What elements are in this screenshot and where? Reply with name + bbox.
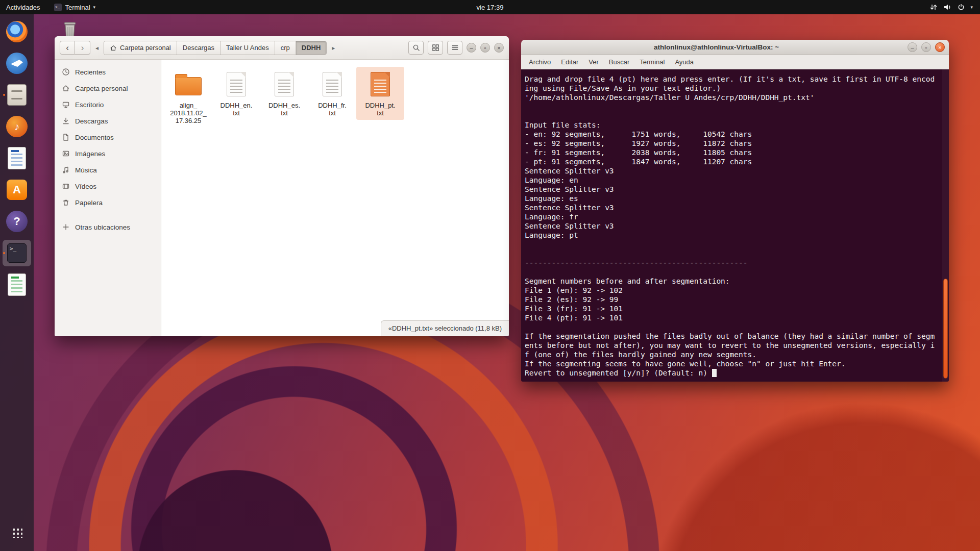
dock-item-ubuntu-software[interactable]: A <box>3 177 31 203</box>
search-button[interactable] <box>408 41 424 55</box>
file-item-ddhh-fr[interactable]: DDHH_fr. txt <box>308 67 356 120</box>
app-menu[interactable]: >_ Terminal ▾ <box>48 0 102 14</box>
menu-ayuda[interactable]: Ayuda <box>670 56 698 68</box>
terminal-output[interactable]: Drag and drop file 4 (pt) here and press… <box>521 69 949 382</box>
dock-item-rhythmbox[interactable]: ♪ <box>3 113 31 140</box>
folder-icon <box>175 77 202 95</box>
terminal-icon: >_ <box>7 243 27 263</box>
show-applications-button[interactable] <box>3 519 31 546</box>
status-bar: «DDHH_pt.txt» seleccionado (11,8 kB) <box>381 320 509 336</box>
terminal-window: athlonlinux@athlonlinux-VirtualBox: ~ – … <box>521 40 949 382</box>
file-item-ddhh-pt[interactable]: DDHH_pt. txt <box>356 67 404 120</box>
ubuntu-software-icon: A <box>7 180 27 200</box>
hamburger-icon <box>451 44 459 52</box>
volume-icon <box>943 4 952 11</box>
maximize-button[interactable]: ▫ <box>921 42 931 52</box>
file-label: DDHH_fr. txt <box>318 102 347 117</box>
dock-item-libreoffice-calc[interactable] <box>3 271 31 298</box>
path-scroll-left-icon[interactable]: ◂ <box>94 44 100 52</box>
file-item-ddhh-en[interactable]: DDHH_en. txt <box>212 67 260 120</box>
system-indicators[interactable]: ▾ <box>929 0 980 14</box>
dock-item-thunderbird[interactable] <box>3 50 31 77</box>
plus-icon <box>62 223 70 231</box>
power-icon <box>958 4 965 11</box>
sidebar-item-recientes[interactable]: Recientes <box>55 64 161 80</box>
desktop-icon <box>62 101 70 109</box>
sidebar-item-videos[interactable]: Vídeos <box>55 178 161 194</box>
sidebar-item-imagenes[interactable]: Imágenes <box>55 145 161 162</box>
close-button[interactable]: × <box>494 43 504 53</box>
file-label: DDHH_es. txt <box>268 102 300 117</box>
minimize-button[interactable]: – <box>467 43 476 53</box>
home-icon <box>110 44 117 52</box>
download-icon <box>62 117 70 125</box>
breadcrumb-taller-u-andes[interactable]: Taller U Andes <box>220 41 275 55</box>
activities-button[interactable]: Actividades <box>0 0 46 14</box>
sidebar-item-papelera[interactable]: Papelera <box>55 194 161 211</box>
forward-button[interactable]: › <box>75 41 90 55</box>
menu-editar[interactable]: Editar <box>556 56 583 68</box>
back-button[interactable]: ‹ <box>60 41 75 55</box>
thunderbird-icon <box>6 53 28 74</box>
running-indicator <box>3 252 5 254</box>
grid-view-icon <box>432 44 439 52</box>
sidebar-item-documentos[interactable]: Documentos <box>55 129 161 145</box>
dock: ♪ A ? >_ <box>0 14 34 551</box>
dock-item-firefox[interactable] <box>3 18 31 45</box>
menu-terminal[interactable]: Terminal <box>635 56 669 68</box>
sidebar-item-descargas[interactable]: Descargas <box>55 113 161 129</box>
file-manager-window: ‹ › ◂ Carpeta personal Descargas Taller … <box>55 36 509 336</box>
music-icon <box>62 166 70 174</box>
app-menu-label: Terminal <box>65 4 90 11</box>
clock[interactable]: vie 17:39 <box>472 0 509 14</box>
breadcrumb: Carpeta personal Descargas Taller U Ande… <box>104 41 327 55</box>
sidebar-item-escritorio[interactable]: Escritorio <box>55 96 161 113</box>
libreoffice-calc-icon <box>8 273 26 296</box>
trash-icon <box>62 198 70 207</box>
breadcrumb-ddhh[interactable]: DDHH <box>296 41 327 55</box>
dock-item-files[interactable] <box>3 82 31 108</box>
search-icon <box>412 44 420 52</box>
breadcrumb-crp[interactable]: crp <box>275 41 296 55</box>
sidebar-item-carpeta-personal[interactable]: Carpeta personal <box>55 80 161 96</box>
view-toggle-button[interactable] <box>428 41 443 55</box>
text-file-icon <box>227 72 246 96</box>
file-manager-toolbar[interactable]: ‹ › ◂ Carpeta personal Descargas Taller … <box>55 36 509 60</box>
terminal-title: athlonlinux@athlonlinux-VirtualBox: ~ <box>525 43 908 51</box>
minimize-button[interactable]: – <box>908 42 917 52</box>
file-label: DDHH_en. txt <box>220 102 253 117</box>
scrollbar-thumb[interactable] <box>943 279 948 379</box>
rhythmbox-icon: ♪ <box>6 116 28 137</box>
dock-item-help[interactable]: ? <box>3 208 31 235</box>
network-icon <box>929 4 938 11</box>
scrollbar-track[interactable] <box>942 69 949 382</box>
file-item-ddhh-es[interactable]: DDHH_es. txt <box>260 67 308 120</box>
menu-archivo[interactable]: Archivo <box>524 56 555 68</box>
top-bar: Actividades >_ Terminal ▾ vie 17:39 ▾ <box>0 0 980 14</box>
menu-ver[interactable]: Ver <box>584 56 603 68</box>
places-sidebar: Recientes Carpeta personal Escritorio De… <box>55 60 161 336</box>
file-label: align_ 2018.11.02_ 17.36.25 <box>170 102 206 124</box>
text-file-icon <box>275 72 294 96</box>
close-button[interactable]: × <box>935 42 945 52</box>
terminal-titlebar[interactable]: athlonlinux@athlonlinux-VirtualBox: ~ – … <box>521 40 949 55</box>
chevron-down-icon: ▾ <box>93 5 96 10</box>
dock-item-libreoffice-writer[interactable] <box>3 145 31 171</box>
file-grid[interactable]: align_ 2018.11.02_ 17.36.25 DDHH_en. txt… <box>161 60 509 336</box>
sidebar-item-otras-ubicaciones[interactable]: Otras ubicaciones <box>55 219 161 235</box>
document-icon <box>62 133 70 141</box>
chevron-down-icon: ▾ <box>970 5 973 10</box>
path-scroll-right-icon[interactable]: ▸ <box>331 44 336 52</box>
sidebar-item-musica[interactable]: Música <box>55 162 161 178</box>
file-item-align-folder[interactable]: align_ 2018.11.02_ 17.36.25 <box>164 67 212 128</box>
breadcrumb-descargas[interactable]: Descargas <box>177 41 220 55</box>
menu-buscar[interactable]: Buscar <box>604 56 634 68</box>
dock-item-terminal[interactable]: >_ <box>3 240 31 266</box>
file-label: DDHH_pt. txt <box>365 102 395 117</box>
maximize-button[interactable]: ▫ <box>480 43 490 53</box>
menu-button[interactable] <box>447 41 462 55</box>
firefox-icon <box>6 21 28 42</box>
home-icon <box>62 84 70 92</box>
terminal-menubar: Archivo Editar Ver Buscar Terminal Ayuda <box>521 55 949 69</box>
breadcrumb-home[interactable]: Carpeta personal <box>104 41 177 55</box>
